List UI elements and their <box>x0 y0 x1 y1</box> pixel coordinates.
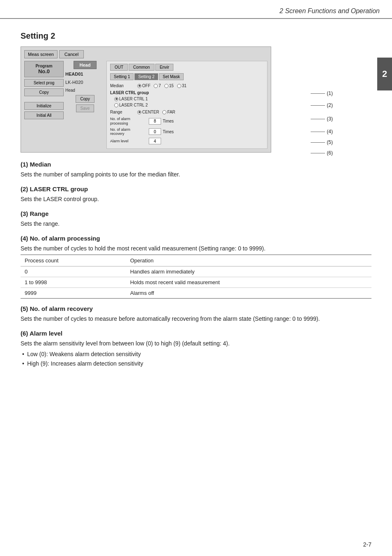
table-cell-op-1: Holds most recent valid measurement <box>126 277 371 288</box>
laser-ctrl1-radio[interactable]: LASER CTRL 1 <box>114 97 264 101</box>
ui-main: Program No.0 Select prog Copy Initialize… <box>24 61 267 149</box>
median-7-circle <box>154 84 158 88</box>
median-off-circle <box>137 84 141 88</box>
laser-ctrl2-radio[interactable]: LASER CTRL 2 <box>114 103 264 107</box>
median-15-radio[interactable]: 15 <box>164 83 174 88</box>
desc-4-text: Sets the number of cycles to hold the mo… <box>21 244 371 253</box>
table-cell-op-0: Handles alarm immediately <box>126 266 371 277</box>
callout-labels: (1) (2) (3) (4) (5) (6) <box>311 88 333 158</box>
right-panel: OUT Common Envir Setting 1 Setting 2 Set… <box>106 61 267 149</box>
ui-toolbar: Meas screen Cancel <box>24 50 267 58</box>
callout-6-label: (6) <box>327 150 333 156</box>
callout-2-label: (2) <box>327 102 333 108</box>
cancel-button[interactable]: Cancel <box>59 50 84 58</box>
range-row: Range CENTER FAR <box>110 110 264 114</box>
initial-all-button[interactable]: Initial All <box>24 111 64 119</box>
range-far-label: FAR <box>167 110 175 114</box>
program-label: Program <box>26 64 62 68</box>
tab-out[interactable]: OUT <box>110 64 128 71</box>
alarm-level-row: Alarm level <box>110 138 264 144</box>
program-no: Program No.0 <box>24 61 64 77</box>
desc-6-heading: (6) Alarm level <box>21 330 371 337</box>
range-center-circle <box>137 110 141 114</box>
alarm-level-input[interactable] <box>149 138 161 144</box>
left-panel: Program No.0 Select prog Copy Initialize… <box>24 61 65 149</box>
initialize-button[interactable]: Initialize <box>24 102 64 110</box>
median-radio-group: OFF 7 15 31 <box>137 83 187 88</box>
alarm-rec-row: No. of alarmrecovery Times <box>110 127 264 137</box>
desc-section-1: (1) Median Sets the number of sampling p… <box>21 161 371 179</box>
program-number: No.0 <box>26 68 62 74</box>
table-cell-count-9999: 9999 <box>21 288 126 299</box>
page-content: Setting 2 Meas screen Cancel Program No.… <box>0 19 392 383</box>
desc-1-heading: (1) Median <box>21 161 371 168</box>
tab-common[interactable]: Common <box>129 64 154 71</box>
save-center-button[interactable]: Save <box>76 104 95 112</box>
alarm-processing-table: Process count Operation 0 Handles alarm … <box>21 255 371 299</box>
page-header: 2 Screen Functions and Operation <box>0 0 392 19</box>
alarm-rec-label: No. of alarmrecovery <box>110 127 147 137</box>
table-header-operation: Operation <box>126 255 371 266</box>
table-cell-count-1: 1 to 9998 <box>21 277 126 288</box>
alarm-proc-row: No. of alarmprocessing Times <box>110 117 264 126</box>
callout-1-label: (1) <box>327 90 333 96</box>
laser-ctrl-label: LASER CTRL group <box>110 90 264 95</box>
table-header-count: Process count <box>21 255 126 266</box>
laser-ctrl2-label: LASER CTRL 2 <box>119 103 148 107</box>
alarm-proc-input[interactable] <box>149 118 161 125</box>
desc-section-3: (3) Range Sets the range. <box>21 210 371 228</box>
range-label: Range <box>110 110 135 114</box>
callout-3-label: (3) <box>327 116 333 122</box>
table-row: 0 Handles alarm immediately <box>21 266 371 277</box>
ui-mockup-wrapper: Meas screen Cancel Program No.0 Select p… <box>21 46 308 153</box>
meas-screen-button[interactable]: Meas screen <box>24 50 58 58</box>
median-7-radio[interactable]: 7 <box>154 83 161 88</box>
desc-5-heading: (5) No. of alarm recovery <box>21 305 371 312</box>
desc-2-heading: (2) LASER CTRL group <box>21 185 371 192</box>
median-row: Median OFF 7 <box>110 83 264 88</box>
median-off-label: OFF <box>142 83 150 88</box>
callout-3: (3) <box>311 111 333 126</box>
header-title: 2 Screen Functions and Operation <box>279 7 380 15</box>
range-far-radio[interactable]: FAR <box>162 110 175 114</box>
range-far-circle <box>162 110 166 114</box>
median-15-circle <box>164 84 168 88</box>
desc-section-6: (6) Alarm level Sets the alarm sensitivi… <box>21 330 371 368</box>
range-center-radio[interactable]: CENTER <box>137 110 159 114</box>
desc-section-5: (5) No. of alarm recovery Sets the numbe… <box>21 305 371 323</box>
median-31-circle <box>177 84 181 88</box>
alarm-level-label: Alarm level <box>110 139 147 144</box>
ui-mockup: Meas screen Cancel Program No.0 Select p… <box>21 46 271 153</box>
median-7-label: 7 <box>159 83 161 88</box>
copy-center-button[interactable]: Copy <box>76 95 94 103</box>
laser-radio-col: LASER CTRL 1 LASER CTRL 2 <box>110 97 264 107</box>
callout-4: (4) <box>311 126 333 137</box>
head-tab-button[interactable]: Head <box>74 61 97 69</box>
desc-1-text: Sets the number of sampling points to us… <box>21 170 371 179</box>
desc-2-text: Sets the LASER control group. <box>21 195 371 204</box>
median-off-radio[interactable]: OFF <box>137 83 150 88</box>
desc-section-4: (4) No. of alarm processing Sets the num… <box>21 235 371 299</box>
desc-6-bullet-2: High (9): Increases alarm detection sens… <box>21 359 371 368</box>
laser-ctrl1-label: LASER CTRL 1 <box>119 97 148 101</box>
tab-envir[interactable]: Envir <box>155 64 174 71</box>
subtab-setmask[interactable]: Set Mask <box>159 73 184 80</box>
desc-section-2: (2) LASER CTRL group Sets the LASER cont… <box>21 185 371 204</box>
desc-5-text: Sets the number of cycles to measure bef… <box>21 315 371 323</box>
select-prog-button[interactable]: Select prog <box>24 79 64 87</box>
head-label: Head <box>65 87 75 93</box>
callout-5: (5) <box>311 137 333 148</box>
subtab-setting2[interactable]: Setting 2 <box>134 73 158 80</box>
alarm-rec-input[interactable] <box>149 128 161 135</box>
page-number: 2-7 <box>363 541 371 548</box>
subtab-setting1[interactable]: Setting 1 <box>110 73 134 80</box>
laser-ctrl1-circle <box>114 97 118 101</box>
median-15-label: 15 <box>169 83 174 88</box>
median-31-radio[interactable]: 31 <box>177 83 187 88</box>
laser-ctrl2-circle <box>114 103 118 107</box>
copy-left-button[interactable]: Copy <box>24 88 64 96</box>
desc-3-text: Sets the range. <box>21 220 371 228</box>
desc-3-heading: (3) Range <box>21 210 371 217</box>
chapter-tab: 2 <box>377 58 392 90</box>
lk-label: LK-H020 <box>65 79 83 86</box>
